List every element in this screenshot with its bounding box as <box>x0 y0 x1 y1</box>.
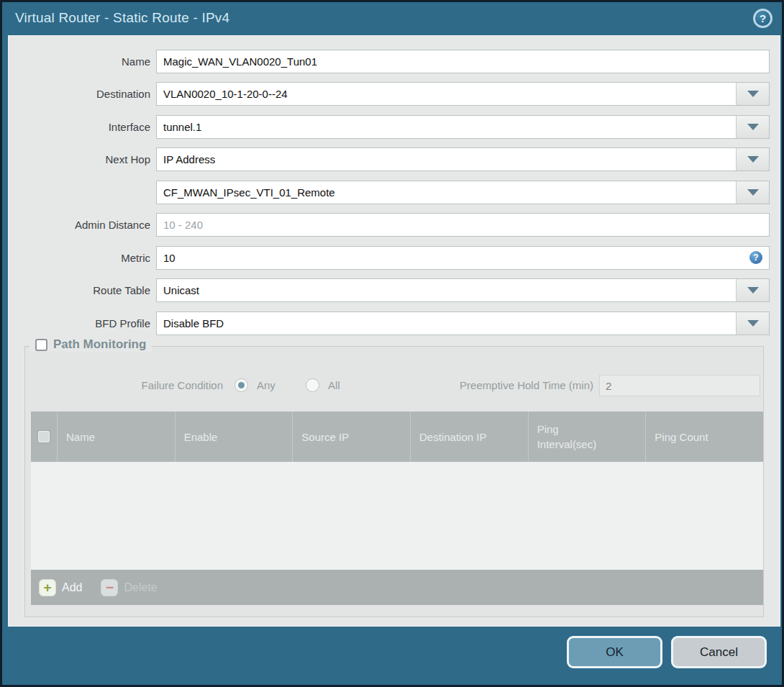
destination-dropdown-button[interactable] <box>736 83 769 105</box>
preemptive-hold-time-label: Preemptive Hold Time (min) <box>363 373 593 397</box>
cancel-button[interactable]: Cancel <box>671 636 767 668</box>
delete-button[interactable]: − Delete <box>101 579 157 596</box>
row-next-hop: Next Hop IP Address <box>9 147 780 171</box>
info-icon[interactable]: ? <box>749 251 762 264</box>
path-monitoring-label: Path Monitoring <box>53 337 146 352</box>
next-hop-value: IP Address <box>163 148 731 170</box>
name-input[interactable] <box>156 50 770 73</box>
metric-label: Metric <box>9 246 150 270</box>
failure-condition-radio-all[interactable] <box>306 378 319 392</box>
row-interface: Interface tunnel.1 <box>9 115 780 139</box>
add-button-label: Add <box>62 581 82 594</box>
dialog-content: Name Destination VLAN0020_10-1-20-0--24 … <box>8 35 780 627</box>
path-monitoring-section: Path Monitoring Failure Condition Any Al… <box>24 346 764 617</box>
bfd-profile-label: BFD Profile <box>9 311 150 335</box>
failure-condition-row: Failure Condition Any All Preemptive Hol… <box>25 373 763 397</box>
path-monitoring-checkbox[interactable] <box>35 339 47 351</box>
interface-dropdown[interactable]: tunnel.1 <box>156 115 770 139</box>
next-hop-dropdown-button[interactable] <box>736 148 769 170</box>
table-header-ping-interval: Ping Interval(sec) <box>528 411 646 462</box>
metric-input[interactable] <box>156 246 770 270</box>
route-table-value: Unicast <box>163 279 731 301</box>
select-all-checkbox[interactable] <box>38 431 50 442</box>
table-header-name: Name <box>57 411 175 462</box>
help-icon[interactable]: ? <box>753 9 772 28</box>
row-admin-distance: Admin Distance <box>9 213 780 237</box>
dialog-titlebar: Virtual Router - Static Route - IPv4 ? <box>2 2 782 35</box>
failure-condition-label: Failure Condition <box>25 373 223 397</box>
destination-label: Destination <box>9 82 150 106</box>
table-header-enable: Enable <box>175 411 293 462</box>
bfd-profile-dropdown-button[interactable] <box>736 312 769 335</box>
failure-condition-any-label: Any <box>257 373 275 397</box>
table-header-ping-count: Ping Count <box>645 411 763 462</box>
delete-button-label: Delete <box>124 581 157 594</box>
next-hop-address-value: CF_MWAN_IPsec_VTI_01_Remote <box>163 181 731 204</box>
interface-dropdown-button[interactable] <box>736 116 769 138</box>
destination-dropdown[interactable]: VLAN0020_10-1-20-0--24 <box>156 82 770 106</box>
bfd-profile-value: Disable BFD <box>163 312 731 335</box>
ok-button[interactable]: OK <box>567 636 662 668</box>
table-header-select-cell <box>31 411 57 462</box>
static-route-dialog: Virtual Router - Static Route - IPv4 ? N… <box>0 0 784 687</box>
row-route-table: Route Table Unicast <box>9 278 780 302</box>
chevron-down-icon <box>747 287 759 294</box>
failure-condition-radio-any[interactable] <box>234 378 248 392</box>
chevron-down-icon <box>747 189 759 196</box>
route-table-label: Route Table <box>9 278 150 302</box>
table-body-empty <box>31 462 763 570</box>
interface-value: tunnel.1 <box>163 116 731 138</box>
path-monitoring-legend: Path Monitoring <box>29 337 152 352</box>
path-monitoring-table: Name Enable Source IP Destination IP Pin… <box>31 411 763 605</box>
table-header-destination-ip: Destination IP <box>410 411 528 462</box>
bfd-profile-dropdown[interactable]: Disable BFD <box>156 311 770 335</box>
add-button[interactable]: + Add <box>39 579 82 596</box>
admin-distance-label: Admin Distance <box>9 213 150 237</box>
add-plus-icon: + <box>39 579 56 596</box>
row-metric: Metric ? <box>9 246 780 270</box>
dialog-title: Virtual Router - Static Route - IPv4 <box>15 10 229 26</box>
row-name: Name <box>9 50 780 73</box>
table-toolbar: + Add − Delete <box>31 570 763 605</box>
destination-value: VLAN0020_10-1-20-0--24 <box>163 83 731 105</box>
delete-minus-icon: − <box>101 579 118 596</box>
failure-condition-all-label: All <box>328 373 340 397</box>
chevron-down-icon <box>747 320 759 327</box>
table-header-row: Name Enable Source IP Destination IP Pin… <box>31 411 763 462</box>
row-bfd-profile: BFD Profile Disable BFD <box>9 311 780 335</box>
chevron-down-icon <box>747 156 759 163</box>
route-table-dropdown[interactable]: Unicast <box>156 278 770 302</box>
chevron-down-icon <box>747 124 759 130</box>
preemptive-hold-time-input[interactable] <box>599 375 760 396</box>
table-header-source-ip: Source IP <box>292 411 410 462</box>
route-table-dropdown-button[interactable] <box>736 279 769 301</box>
interface-label: Interface <box>9 115 150 139</box>
chevron-down-icon <box>747 91 759 97</box>
next-hop-address-dropdown-button[interactable] <box>736 181 769 204</box>
next-hop-address-dropdown[interactable]: CF_MWAN_IPsec_VTI_01_Remote <box>156 181 770 204</box>
admin-distance-input[interactable] <box>156 213 770 237</box>
row-destination: Destination VLAN0020_10-1-20-0--24 <box>9 82 780 106</box>
next-hop-dropdown[interactable]: IP Address <box>156 147 770 171</box>
name-label: Name <box>9 50 150 73</box>
row-next-hop-address: CF_MWAN_IPsec_VTI_01_Remote <box>9 181 780 204</box>
next-hop-label: Next Hop <box>9 147 150 171</box>
